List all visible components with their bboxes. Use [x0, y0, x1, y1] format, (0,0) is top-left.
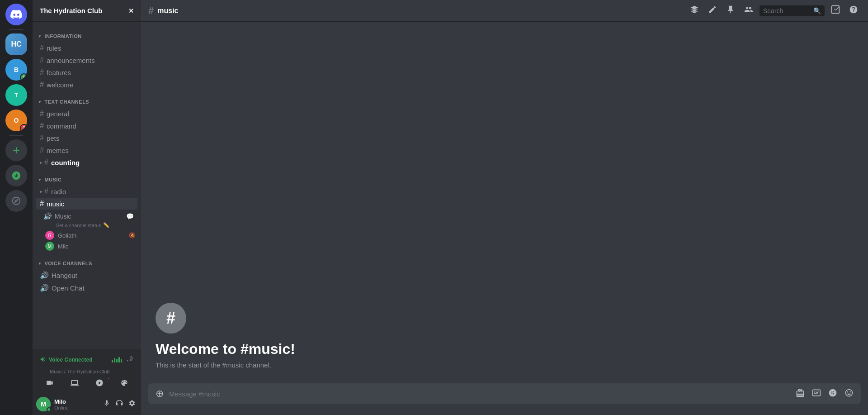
- welcome-hash-icon: #: [156, 303, 186, 334]
- channel-name-welcome: welcome: [47, 81, 73, 89]
- hash-icon-rules: #: [40, 44, 44, 52]
- hash-icon-command: #: [40, 122, 44, 130]
- channel-name-features: features: [47, 69, 71, 76]
- user-info: Milo Online: [54, 398, 98, 410]
- server-header[interactable]: The Hydration Club ✕: [33, 0, 141, 22]
- channel-name-openchat: Open Chat: [52, 284, 85, 292]
- message-add-icon[interactable]: ⊕: [154, 383, 165, 404]
- music-voice-chat-icon: 💬: [126, 213, 134, 220]
- user-status: Online: [54, 405, 98, 410]
- vc-user-name-milo: Milo: [58, 243, 69, 250]
- music-status-edit-icon: ✏️: [103, 222, 109, 228]
- gif-icon-button[interactable]: [810, 386, 823, 401]
- channel-item-radio[interactable]: ▶ # radio: [36, 186, 137, 197]
- category-label-voice: VOICE CHANNELS: [44, 261, 92, 266]
- voice-disconnect-button[interactable]: [125, 354, 134, 365]
- server-icon-hydration[interactable]: HC: [5, 33, 27, 55]
- pin-icon-button[interactable]: [723, 3, 738, 18]
- vc-user-milo[interactable]: M Milo: [43, 241, 137, 252]
- voice-connected-panel: Voice Connected: [36, 353, 137, 367]
- category-music: ▼ MUSIC: [33, 169, 141, 185]
- server-divider: [9, 29, 24, 30]
- channel-item-counting[interactable]: ▶ # counting: [36, 157, 137, 168]
- music-voice-header[interactable]: 🔊 Music 💬: [40, 210, 137, 222]
- category-voice-channels: ▼ VOICE CHANNELS: [33, 253, 141, 269]
- main-content: # music: [141, 0, 868, 415]
- chat-messages: # Welcome to #music! This is the start o…: [141, 22, 868, 383]
- category-arrow-information: ▼: [38, 34, 42, 38]
- welcome-title: Welcome to #music!: [156, 341, 854, 358]
- voice-action-effects[interactable]: [113, 376, 136, 390]
- hash-icon-welcome: #: [40, 81, 44, 89]
- channel-item-announcements[interactable]: # announcements: [36, 54, 137, 66]
- message-input[interactable]: [169, 385, 790, 403]
- chat-area: # Welcome to #music! This is the start o…: [141, 22, 868, 415]
- channel-item-music[interactable]: # music: [36, 198, 137, 210]
- channel-name-radio: radio: [51, 188, 66, 196]
- category-header-music[interactable]: ▼ MUSIC: [36, 176, 137, 183]
- channel-item-pets[interactable]: # pets: [36, 132, 137, 144]
- inbox-icon-button[interactable]: [828, 3, 843, 18]
- server-name: The Hydration Club: [40, 7, 102, 14]
- search-input[interactable]: [763, 7, 810, 14]
- server-icon-explore[interactable]: [5, 190, 27, 212]
- edit-icon-button[interactable]: [705, 3, 720, 18]
- server-icon-download[interactable]: [5, 165, 27, 186]
- svg-text:T: T: [14, 92, 18, 99]
- channel-item-rules[interactable]: # rules: [36, 42, 137, 54]
- user-mute-button[interactable]: [101, 398, 112, 410]
- user-panel: M Milo Online: [33, 393, 141, 415]
- gift-icon-button[interactable]: [794, 386, 807, 401]
- voice-action-video[interactable]: [38, 376, 61, 390]
- voice-bar: Voice Connected Music / The Hydration Cl…: [33, 349, 141, 393]
- vc-user-goliath[interactable]: G Goliath 🔕: [43, 230, 137, 241]
- channel-name-rules: rules: [47, 44, 61, 52]
- members-icon-button[interactable]: [741, 3, 756, 18]
- emoji-icon-button[interactable]: [843, 386, 855, 401]
- top-bar: # music: [141, 0, 868, 22]
- server-icon-teal[interactable]: T: [5, 84, 27, 106]
- voice-action-screen[interactable]: [63, 376, 86, 390]
- channel-item-features[interactable]: # features: [36, 67, 137, 78]
- hash-icon-pets: #: [40, 134, 44, 142]
- sticker-icon-button[interactable]: [826, 386, 839, 401]
- server-icon-add[interactable]: +: [5, 139, 27, 161]
- channel-item-welcome[interactable]: # welcome: [36, 79, 137, 91]
- server-list: HC B 1 T O 2 +: [0, 0, 33, 415]
- hash-icon-general: #: [40, 110, 44, 118]
- channel-item-memes[interactable]: # memes: [36, 144, 137, 156]
- server-icon-blue1[interactable]: B 1: [5, 59, 27, 81]
- channel-item-hangout[interactable]: 🔊 Hangout: [36, 269, 137, 281]
- channel-item-openchat[interactable]: 🔊 Open Chat: [36, 282, 137, 294]
- voice-action-activities[interactable]: [88, 376, 111, 390]
- user-headset-button[interactable]: [114, 398, 125, 410]
- welcome-section: # Welcome to #music! This is the start o…: [148, 296, 861, 376]
- hash-icon-announcements: #: [40, 56, 44, 64]
- music-voice-name: Music: [55, 213, 126, 220]
- help-icon-button[interactable]: [846, 3, 861, 18]
- channel-item-general[interactable]: # general: [36, 108, 137, 119]
- user-settings-button[interactable]: [127, 398, 137, 410]
- category-arrow-voice: ▼: [38, 262, 42, 266]
- server-divider-2: [9, 135, 24, 136]
- voice-context-text: Music / The Hydration Club: [49, 369, 137, 374]
- search-bar[interactable]: 🔍: [760, 5, 825, 16]
- user-avatar[interactable]: M: [36, 397, 51, 411]
- category-label-music: MUSIC: [44, 177, 61, 182]
- category-arrow-music: ▼: [38, 178, 42, 182]
- music-channel-status[interactable]: Set a channel status ✏️: [56, 222, 137, 230]
- voice-equalizer: [112, 357, 122, 363]
- hash-icon-features: #: [40, 68, 44, 76]
- voice-wave-icon: [40, 356, 46, 364]
- user-status-dot: [47, 407, 51, 412]
- server-icon-discord-home[interactable]: [5, 4, 27, 25]
- category-header-text[interactable]: ▼ TEXT CHANNELS: [36, 98, 137, 105]
- category-header-information[interactable]: ▼ INFORMATION: [36, 33, 137, 40]
- welcome-description: This is the start of the #music channel.: [156, 361, 854, 369]
- category-label-text: TEXT CHANNELS: [44, 99, 89, 105]
- message-input-area: ⊕: [141, 383, 868, 415]
- channel-item-command[interactable]: # command: [36, 120, 137, 132]
- category-header-voice[interactable]: ▼ VOICE CHANNELS: [36, 260, 137, 267]
- server-icon-orange[interactable]: O 2: [5, 110, 27, 131]
- boost-icon-button[interactable]: [687, 3, 702, 18]
